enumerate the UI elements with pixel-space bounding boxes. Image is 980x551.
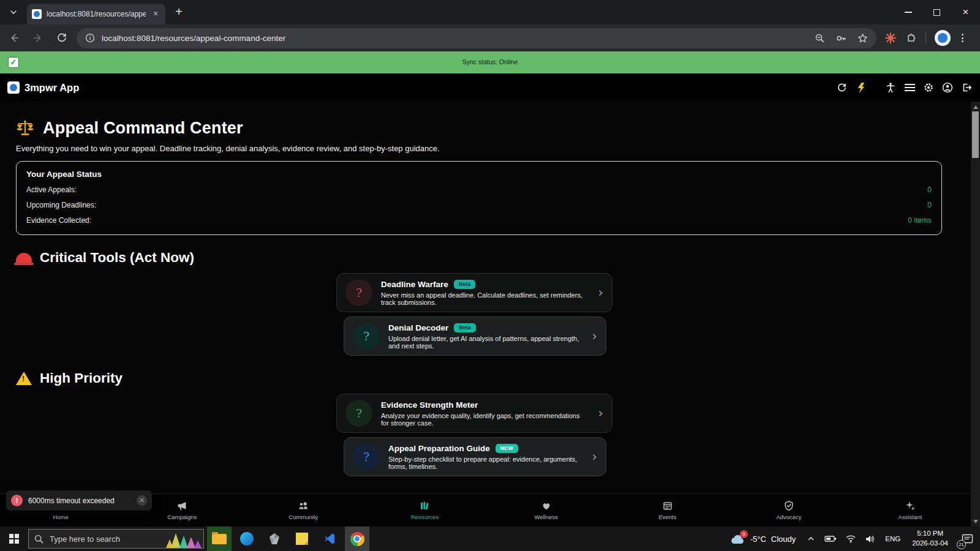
minimize-button[interactable] — [894, 0, 922, 24]
close-button[interactable]: × — [951, 0, 980, 24]
start-button[interactable] — [0, 527, 28, 551]
notification-center[interactable]: 21 — [954, 527, 980, 551]
nav-item-resources[interactable]: Resources — [364, 494, 485, 527]
chevron-right-icon: › — [592, 329, 597, 343]
clock-time: 5:10 PM — [912, 529, 948, 539]
chevron-right-icon: › — [598, 406, 603, 421]
page-info-icon[interactable] — [85, 33, 95, 43]
status-value: 0 items — [908, 216, 932, 225]
megaphone-icon — [176, 500, 187, 511]
sync-status-text: Sync status: Online — [0, 58, 980, 66]
extensions-puzzle-icon[interactable] — [905, 32, 917, 44]
file-explorer-icon[interactable] — [207, 527, 232, 551]
calendar-icon — [662, 500, 673, 511]
refresh-icon[interactable] — [835, 81, 848, 94]
chrome-icon[interactable] — [345, 527, 369, 551]
sync-banner: ✓ Sync status: Online — [0, 51, 980, 73]
nav-item-events[interactable]: Events — [607, 494, 728, 527]
nav-item-community[interactable]: Community — [243, 494, 364, 527]
appeal-status-panel: Your Appeal Status Active Appeals: 0 Upc… — [16, 161, 942, 235]
app-crystal-icon[interactable] — [262, 527, 287, 551]
app-header: 3mpwr App — [0, 73, 980, 102]
extension-starburst-icon[interactable] — [884, 32, 897, 44]
edge-browser-icon[interactable] — [235, 527, 259, 551]
clock-date: 2026-03-04 — [912, 539, 948, 549]
new-tab-button[interactable]: + — [170, 4, 187, 21]
new-badge: NEW — [496, 444, 518, 453]
taskbar-search[interactable] — [28, 529, 204, 549]
section-high-priority: High Priority — [16, 370, 942, 386]
url-text: localhost:8081/resources/appeal-command-… — [102, 34, 808, 43]
browser-menu-icon[interactable] — [962, 34, 963, 42]
battery-icon[interactable] — [820, 534, 841, 543]
status-value: 0 — [927, 201, 932, 209]
tool-card-denial-decoder[interactable]: ? Denial Decoder Beta Upload denial lett… — [344, 317, 606, 356]
tool-card-evidence-strength[interactable]: ? Evidence Strength Meter Analyze your e… — [336, 394, 612, 433]
tab-close-icon[interactable]: × — [151, 9, 160, 19]
search-highlights-graphic — [165, 531, 203, 548]
search-icon — [34, 534, 43, 544]
taskbar-clock[interactable]: 5:10 PM 2026-03-04 — [906, 529, 954, 548]
address-bar[interactable]: localhost:8081/resources/appeal-command-… — [77, 28, 876, 48]
tray-chevron-icon[interactable] — [802, 534, 820, 544]
tool-card-appeal-prep-guide[interactable]: ? Appeal Preparation Guide NEW Step-by-s… — [344, 437, 606, 476]
app-title: 3mpwr App — [24, 82, 79, 94]
maximize-button[interactable] — [922, 0, 951, 24]
sticky-notes-icon[interactable] — [290, 527, 314, 551]
page-title: Appeal Command Center — [43, 119, 243, 138]
error-toast: ! 6000ms timeout exceeded ✕ — [6, 490, 152, 511]
scrollbar-thumb[interactable] — [972, 111, 979, 158]
browser-tabstrip: localhost:8081/resources/appea × + × — [0, 0, 980, 24]
beta-badge: Beta — [454, 323, 476, 332]
heart-icon — [541, 500, 552, 511]
zoom-icon[interactable] — [815, 33, 825, 43]
siren-icon — [16, 253, 32, 263]
weather-condition: Cloudy — [771, 534, 796, 544]
settings-gear-icon[interactable] — [922, 81, 935, 94]
shield-icon — [783, 500, 794, 511]
status-row: Upcoming Deadlines: 0 — [26, 201, 932, 209]
windows-logo-icon — [9, 534, 19, 544]
profile-avatar[interactable] — [935, 30, 951, 46]
forward-icon[interactable] — [28, 28, 48, 48]
nav-item-assistant[interactable]: Assistant — [850, 494, 971, 527]
vscode-icon[interactable] — [317, 527, 342, 551]
bookmark-star-icon[interactable] — [858, 33, 868, 43]
browser-tab[interactable]: localhost:8081/resources/appea × — [27, 4, 165, 24]
nav-item-advocacy[interactable]: Advocacy — [728, 494, 850, 527]
question-mark-icon: ? — [345, 279, 372, 306]
tool-card-deadline-warfare[interactable]: ? Deadline Warfare Beta Never miss an ap… — [336, 273, 612, 312]
browser-window: localhost:8081/resources/appea × + × loc… — [0, 0, 980, 551]
people-icon — [298, 500, 309, 511]
weather-temp: -5°C — [750, 534, 766, 544]
scroll-down-icon[interactable] — [971, 517, 980, 526]
nav-item-wellness[interactable]: Wellness — [486, 494, 607, 527]
windows-taskbar: 3 -5°C Cloudy ENG 5:10 PM 2026-03-04 — [0, 527, 980, 551]
page-viewport: Appeal Command Center Everything you nee… — [0, 102, 980, 527]
section-critical-tools: Critical Tools (Act Now) — [16, 250, 942, 266]
menu-icon[interactable] — [903, 81, 916, 94]
question-mark-icon: ? — [353, 443, 380, 470]
chevron-right-icon: › — [592, 449, 597, 464]
site-favicon — [32, 9, 42, 19]
language-indicator[interactable]: ENG — [880, 535, 906, 542]
back-icon[interactable] — [4, 28, 24, 48]
reload-icon[interactable] — [52, 28, 72, 48]
accessibility-icon[interactable] — [884, 81, 897, 94]
volume-icon[interactable] — [861, 534, 880, 544]
chevron-right-icon: › — [598, 285, 603, 300]
scales-icon — [16, 120, 34, 137]
password-key-icon[interactable] — [835, 33, 847, 43]
beta-badge: Beta — [454, 280, 476, 289]
toast-close-icon[interactable]: ✕ — [137, 495, 147, 506]
wifi-icon[interactable] — [841, 534, 861, 543]
weather-alert-badge: 3 — [740, 530, 748, 538]
account-icon[interactable] — [941, 81, 954, 94]
weather-widget[interactable]: 3 -5°C Cloudy — [723, 533, 802, 545]
quick-actions-bolt-icon[interactable] — [854, 81, 867, 94]
tab-list-chevron-icon[interactable] — [5, 4, 22, 21]
alert-icon: ! — [11, 495, 23, 506]
vertical-scrollbar[interactable] — [971, 102, 980, 527]
scroll-up-icon[interactable] — [971, 102, 980, 111]
logout-icon[interactable] — [960, 81, 973, 94]
